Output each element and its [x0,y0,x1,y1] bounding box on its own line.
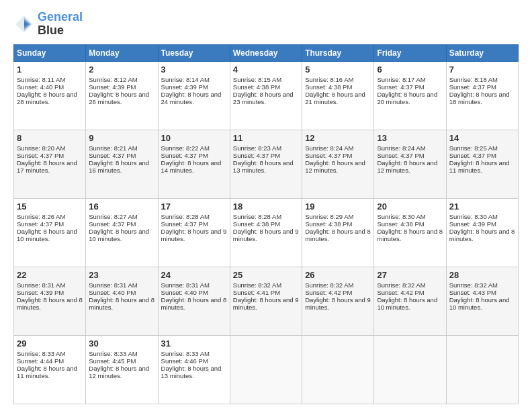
col-friday: Friday [374,44,446,61]
daylight-label: Daylight: 8 hours and 10 minutes. [17,228,77,242]
table-row: 25 Sunrise: 8:32 AM Sunset: 4:41 PM Dayl… [230,267,302,335]
day-number: 28 [449,270,515,280]
day-number: 8 [17,133,83,143]
table-row [446,335,518,404]
day-number: 2 [89,64,154,75]
table-row: 1 Sunrise: 8:11 AM Sunset: 4:40 PM Dayli… [14,61,86,130]
sunset-label: Sunset: 4:38 PM [305,220,352,228]
table-row: 26 Sunrise: 8:32 AM Sunset: 4:42 PM Dayl… [302,267,374,335]
col-tuesday: Tuesday [158,44,230,61]
sunrise-label: Sunrise: 8:31 AM [161,281,210,289]
sunset-label: Sunset: 4:37 PM [233,152,280,159]
sunrise-label: Sunrise: 8:32 AM [449,281,498,289]
day-number: 19 [305,201,371,212]
day-number: 14 [449,133,515,143]
sunset-label: Sunset: 4:40 PM [89,289,136,296]
sunset-label: Sunset: 4:37 PM [17,152,64,159]
col-saturday: Saturday [446,44,518,61]
sunrise-label: Sunrise: 8:33 AM [17,350,65,357]
calendar: Sunday Monday Tuesday Wednesday Thursday… [13,44,519,404]
day-number: 25 [233,270,299,280]
calendar-week-row: 1 Sunrise: 8:11 AM Sunset: 4:40 PM Dayli… [14,61,519,130]
daylight-label: Daylight: 8 hours and 11 minutes. [17,365,77,379]
day-number: 7 [449,64,515,75]
sunset-label: Sunset: 4:39 PM [161,83,208,91]
day-number: 3 [161,64,227,75]
sunset-label: Sunset: 4:40 PM [17,83,64,91]
sunset-label: Sunset: 4:38 PM [305,83,352,91]
day-number: 11 [233,133,299,143]
table-row: 15 Sunrise: 8:26 AM Sunset: 4:37 PM Dayl… [14,198,86,267]
sunrise-label: Sunrise: 8:27 AM [89,213,137,220]
table-row: 3 Sunrise: 8:14 AM Sunset: 4:39 PM Dayli… [158,61,230,130]
daylight-label: Daylight: 8 hours and 8 minutes. [449,228,515,242]
table-row [230,335,302,404]
daylight-label: Daylight: 8 hours and 9 minutes. [305,296,371,311]
daylight-label: Daylight: 8 hours and 21 minutes. [305,91,365,105]
table-row [374,335,446,404]
table-row: 7 Sunrise: 8:18 AM Sunset: 4:37 PM Dayli… [446,61,518,130]
table-row: 11 Sunrise: 8:23 AM Sunset: 4:37 PM Dayl… [230,130,302,198]
calendar-week-row: 29 Sunrise: 8:33 AM Sunset: 4:44 PM Dayl… [14,335,519,404]
day-number: 31 [161,338,227,349]
sunset-label: Sunset: 4:38 PM [233,83,280,91]
day-number: 29 [17,338,83,349]
daylight-label: Daylight: 8 hours and 10 minutes. [89,228,149,242]
sunrise-label: Sunrise: 8:14 AM [161,76,210,83]
daylight-label: Daylight: 8 hours and 10 minutes. [449,296,510,311]
col-wednesday: Wednesday [230,44,302,61]
sunset-label: Sunset: 4:37 PM [449,83,496,91]
sunrise-label: Sunrise: 8:33 AM [89,350,137,357]
sunset-label: Sunset: 4:38 PM [233,220,280,228]
sunset-label: Sunset: 4:42 PM [305,289,352,296]
col-thursday: Thursday [302,44,374,61]
table-row: 8 Sunrise: 8:20 AM Sunset: 4:37 PM Dayli… [14,130,86,198]
sunset-label: Sunset: 4:38 PM [377,220,424,228]
table-row: 28 Sunrise: 8:32 AM Sunset: 4:43 PM Dayl… [446,267,518,335]
daylight-label: Daylight: 8 hours and 8 minutes. [377,228,443,242]
daylight-label: Daylight: 8 hours and 28 minutes. [17,91,77,105]
sunset-label: Sunset: 4:37 PM [89,152,136,159]
table-row: 18 Sunrise: 8:28 AM Sunset: 4:38 PM Dayl… [230,198,302,267]
daylight-label: Daylight: 8 hours and 26 minutes. [89,91,149,105]
daylight-label: Daylight: 8 hours and 13 minutes. [161,365,222,379]
sunset-label: Sunset: 4:37 PM [161,152,208,159]
day-number: 18 [233,201,299,212]
daylight-label: Daylight: 8 hours and 23 minutes. [233,91,294,105]
table-row: 20 Sunrise: 8:30 AM Sunset: 4:38 PM Dayl… [374,198,446,267]
daylight-label: Daylight: 8 hours and 24 minutes. [161,91,222,105]
table-row: 13 Sunrise: 8:24 AM Sunset: 4:37 PM Dayl… [374,130,446,198]
sunrise-label: Sunrise: 8:17 AM [377,76,425,83]
daylight-label: Daylight: 8 hours and 12 minutes. [305,159,365,174]
daylight-label: Daylight: 8 hours and 12 minutes. [377,159,437,174]
logo-icon [13,13,35,35]
table-row: 10 Sunrise: 8:22 AM Sunset: 4:37 PM Dayl… [158,130,230,198]
logo-text: General Blue [38,11,83,38]
sunrise-label: Sunrise: 8:28 AM [161,213,210,220]
sunrise-label: Sunrise: 8:32 AM [305,281,353,289]
sunset-label: Sunset: 4:37 PM [377,83,424,91]
table-row: 2 Sunrise: 8:12 AM Sunset: 4:39 PM Dayli… [86,61,158,130]
table-row: 23 Sunrise: 8:31 AM Sunset: 4:40 PM Dayl… [86,267,158,335]
header: General Blue [13,11,519,38]
day-number: 5 [305,64,371,75]
sunrise-label: Sunrise: 8:24 AM [377,144,425,152]
daylight-label: Daylight: 8 hours and 8 minutes. [17,296,83,311]
sunset-label: Sunset: 4:43 PM [449,289,496,296]
sunrise-label: Sunrise: 8:16 AM [305,76,353,83]
table-row: 12 Sunrise: 8:24 AM Sunset: 4:37 PM Dayl… [302,130,374,198]
day-number: 30 [89,338,154,349]
sunrise-label: Sunrise: 8:28 AM [233,213,281,220]
day-number: 27 [377,270,443,280]
table-row [302,335,374,404]
daylight-label: Daylight: 8 hours and 11 minutes. [449,159,510,174]
table-row: 22 Sunrise: 8:31 AM Sunset: 4:39 PM Dayl… [14,267,86,335]
day-number: 22 [17,270,83,280]
table-row: 5 Sunrise: 8:16 AM Sunset: 4:38 PM Dayli… [302,61,374,130]
daylight-label: Daylight: 8 hours and 10 minutes. [377,296,437,311]
sunset-label: Sunset: 4:37 PM [89,220,136,228]
day-number: 13 [377,133,443,143]
daylight-label: Daylight: 8 hours and 13 minutes. [233,159,294,174]
sunrise-label: Sunrise: 8:30 AM [449,213,498,220]
sunset-label: Sunset: 4:39 PM [17,289,64,296]
